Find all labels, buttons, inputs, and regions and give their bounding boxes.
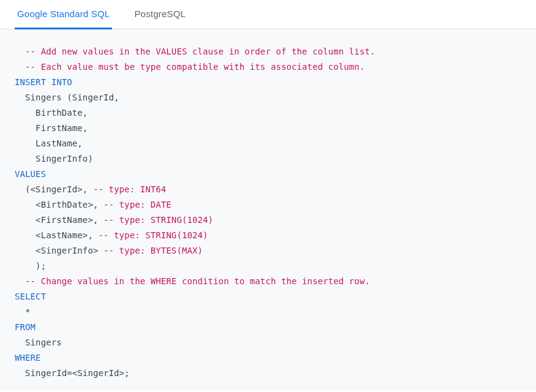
code-text: Singers (SingerId, BirthDate, FirstName,…	[15, 92, 119, 164]
code-keyword: FROM	[15, 322, 36, 332]
code-comment: -- Each value must be type compatible wi…	[15, 62, 364, 72]
code-text: <FirstName>,	[15, 215, 104, 225]
code-text: SingerId=<SingerId>;	[15, 368, 130, 378]
code-text: *	[15, 307, 31, 317]
code-comment: -- type: INT64	[93, 184, 166, 194]
code-keyword: INSERT INTO	[15, 77, 72, 87]
code-comment: -- type: STRING(1024)	[104, 215, 213, 225]
code-text: <LastName>,	[15, 230, 98, 240]
code-comment: -- type: BYTES(MAX)	[104, 246, 203, 255]
code-panel: -- Add new values in the VALUES clause i…	[0, 29, 536, 391]
code-comment: -- Change values in the WHERE condition …	[15, 276, 370, 286]
code-keyword: WHERE	[15, 353, 41, 363]
code-text: );	[15, 261, 46, 271]
tab-postgresql[interactable]: PostgreSQL	[132, 0, 188, 29]
code-text: <SingerInfo>	[15, 246, 104, 255]
code-text: <BirthDate>,	[15, 200, 104, 209]
code-text: Singers	[15, 337, 62, 347]
code-keyword: VALUES	[15, 169, 46, 179]
code-comment: -- Add new values in the VALUES clause i…	[15, 47, 375, 56]
code-comment: -- type: DATE	[104, 200, 172, 209]
code-block: -- Add new values in the VALUES clause i…	[15, 44, 531, 381]
tab-google-standard-sql[interactable]: Google Standard SQL	[15, 0, 112, 29]
code-comment: -- type: STRING(1024)	[98, 230, 208, 240]
code-keyword: SELECT	[15, 292, 46, 301]
code-text: (<SingerId>,	[15, 184, 93, 194]
tab-bar: Google Standard SQL PostgreSQL	[0, 0, 536, 29]
